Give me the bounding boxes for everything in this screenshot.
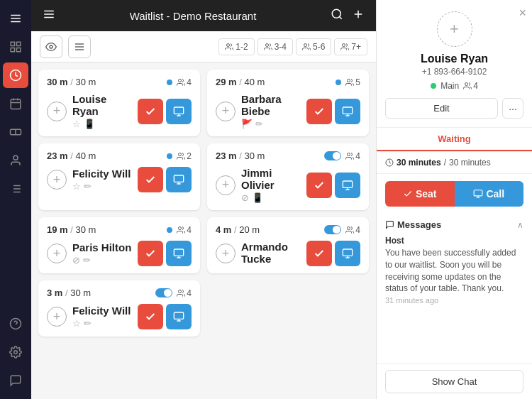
party-size: 5 bbox=[345, 77, 360, 87]
sidebar-item-user[interactable] bbox=[3, 148, 28, 173]
svg-rect-40 bbox=[174, 107, 183, 114]
tag-main: Main bbox=[440, 81, 459, 91]
sidebar-item-chat[interactable] bbox=[3, 368, 28, 393]
avatar-button[interactable]: + bbox=[437, 11, 472, 47]
filter-1-2[interactable]: 1-2 bbox=[218, 38, 254, 55]
check-button[interactable] bbox=[138, 241, 163, 266]
check-button[interactable] bbox=[138, 304, 163, 329]
toggle-switch[interactable] bbox=[324, 225, 341, 234]
sms-button[interactable] bbox=[166, 99, 192, 124]
phone-icon: 📱 bbox=[84, 119, 95, 129]
party-size: 4 bbox=[177, 288, 192, 298]
svg-point-49 bbox=[348, 226, 350, 229]
guest-full-name: Louise Ryan bbox=[385, 53, 523, 65]
panel-tags: Main 4 bbox=[385, 81, 523, 91]
check-button[interactable] bbox=[138, 167, 163, 192]
block-icon: ⊘ bbox=[241, 192, 249, 203]
svg-point-14 bbox=[13, 155, 18, 160]
add-party-button[interactable]: + bbox=[47, 307, 67, 327]
svg-point-41 bbox=[348, 79, 350, 82]
sms-button[interactable] bbox=[335, 99, 360, 124]
filter-group: 1-2 3-4 5-6 7+ bbox=[218, 38, 367, 55]
search-icon[interactable] bbox=[331, 8, 343, 24]
filter-7plus[interactable]: 7+ bbox=[334, 38, 367, 55]
add-party-button[interactable]: + bbox=[216, 102, 235, 121]
view-icon[interactable] bbox=[40, 35, 62, 58]
status-indicator bbox=[431, 83, 436, 89]
edit-icon: ✏ bbox=[84, 181, 92, 192]
svg-rect-55 bbox=[475, 190, 483, 196]
check-button[interactable] bbox=[306, 173, 332, 198]
sidebar-item-settings[interactable] bbox=[3, 339, 28, 365]
party-count: 4 bbox=[463, 81, 478, 91]
sms-button[interactable] bbox=[166, 167, 192, 192]
sidebar-item-clock[interactable] bbox=[3, 62, 28, 88]
add-party-button[interactable]: + bbox=[47, 170, 67, 190]
svg-point-43 bbox=[179, 153, 182, 155]
party-size: 4 bbox=[345, 225, 360, 235]
toggle-switch[interactable] bbox=[324, 151, 341, 160]
svg-point-47 bbox=[179, 226, 182, 229]
svg-rect-6 bbox=[17, 48, 21, 52]
svg-point-37 bbox=[304, 43, 306, 46]
sidebar-item-menu[interactable] bbox=[3, 6, 28, 31]
guest-phone: +1 893-664-9102 bbox=[385, 67, 523, 77]
check-button[interactable] bbox=[306, 241, 332, 266]
sms-button[interactable] bbox=[166, 304, 192, 329]
edit-icon: ✏ bbox=[83, 255, 91, 266]
panel-action-buttons: Edit ··· bbox=[385, 98, 523, 119]
add-icon[interactable] bbox=[352, 8, 365, 24]
more-options-button[interactable]: ··· bbox=[502, 98, 523, 119]
messages-icon bbox=[385, 220, 394, 229]
main-area: Waitlist - Demo Restaurant 1-2 3-4 bbox=[31, 0, 376, 399]
check-button[interactable] bbox=[138, 99, 163, 124]
topbar-menu-icon[interactable] bbox=[43, 8, 55, 24]
svg-point-45 bbox=[348, 153, 350, 155]
add-party-button[interactable]: + bbox=[47, 102, 67, 121]
svg-line-28 bbox=[339, 16, 341, 18]
party-size: 4 bbox=[177, 225, 192, 235]
sidebar-item-table[interactable] bbox=[3, 119, 28, 145]
sidebar-item-grid[interactable] bbox=[3, 34, 28, 60]
sidebar-item-calendar[interactable] bbox=[3, 91, 28, 116]
filter-5-6[interactable]: 5-6 bbox=[296, 38, 331, 55]
sidebar-item-help[interactable] bbox=[3, 311, 28, 337]
toggle-switch[interactable] bbox=[155, 288, 172, 297]
status-dot bbox=[167, 80, 172, 85]
add-party-button[interactable]: + bbox=[216, 175, 235, 195]
edit-button[interactable]: Edit bbox=[385, 98, 498, 119]
table-row: 3 m / 30 m 4 + Felicity Will bbox=[38, 280, 200, 337]
add-party-button[interactable]: + bbox=[216, 244, 235, 263]
add-party-button[interactable]: + bbox=[47, 244, 67, 263]
messages-section: Messages ∧ Host You have been successful… bbox=[377, 214, 532, 316]
table-row: 23 m / 40 m 2 + Felicity Will bbox=[38, 143, 200, 210]
status-dot bbox=[336, 80, 341, 85]
messages-toggle[interactable]: ∧ bbox=[517, 220, 523, 230]
svg-point-51 bbox=[179, 290, 182, 293]
guest-name: Armando Tucke bbox=[241, 241, 301, 265]
list-view-icon[interactable] bbox=[68, 35, 91, 58]
svg-rect-5 bbox=[11, 48, 14, 52]
check-button[interactable] bbox=[306, 99, 332, 124]
call-button[interactable]: Call bbox=[455, 181, 524, 207]
filter-3-4[interactable]: 3-4 bbox=[257, 38, 293, 55]
guest-name: Jimmi Olivier bbox=[241, 167, 301, 191]
svg-rect-46 bbox=[343, 181, 352, 187]
sidebar bbox=[0, 0, 31, 399]
table-row: 4 m / 20 m 4 + Armando Tucke bbox=[207, 217, 369, 273]
panel-header: + Louise Ryan +1 893-664-9102 Main 4 Edi… bbox=[377, 0, 532, 128]
sms-button[interactable] bbox=[166, 241, 192, 266]
star-icon: ☆ bbox=[72, 318, 81, 329]
sms-button[interactable] bbox=[335, 173, 360, 198]
topbar-actions bbox=[331, 8, 365, 24]
svg-rect-3 bbox=[11, 42, 14, 45]
edit-icon: ✏ bbox=[84, 318, 92, 329]
svg-rect-50 bbox=[343, 249, 352, 256]
show-chat-button[interactable]: Show Chat bbox=[385, 370, 523, 393]
svg-point-23 bbox=[14, 351, 18, 354]
close-panel-icon[interactable]: × bbox=[519, 6, 526, 21]
sms-button[interactable] bbox=[335, 241, 360, 266]
sidebar-item-list[interactable] bbox=[3, 176, 28, 202]
tab-waiting[interactable]: Waiting bbox=[377, 128, 532, 151]
seat-button[interactable]: Seat bbox=[385, 181, 455, 207]
